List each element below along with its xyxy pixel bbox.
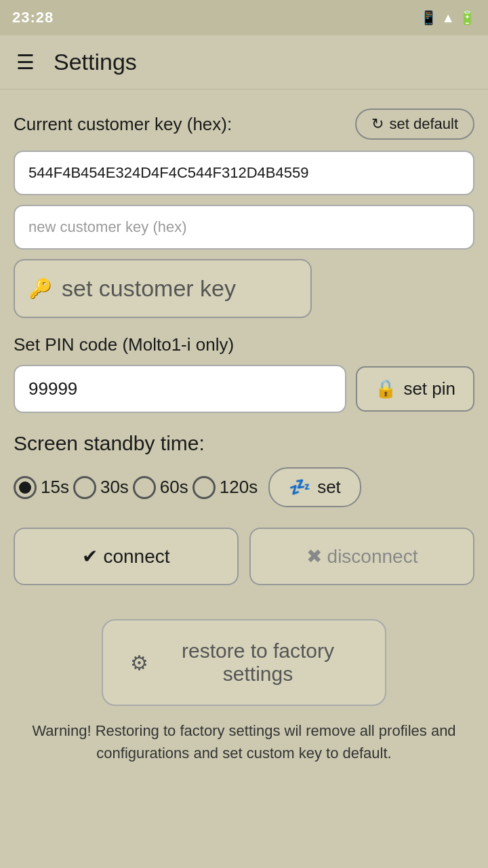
set-customer-key-label: set customer key — [62, 275, 236, 302]
set-pin-button[interactable]: 🔒 set pin — [356, 366, 474, 412]
radio-120s-circle[interactable] — [192, 476, 216, 499]
disconnect-button[interactable]: ✖ disconnect — [249, 528, 474, 585]
status-time: 23:28 — [12, 9, 54, 26]
gear-icon: ⚙ — [130, 651, 148, 675]
set-standby-button[interactable]: 💤 set — [268, 467, 361, 507]
set-customer-key-button[interactable]: 🔑 set customer key — [14, 259, 312, 318]
current-key-field[interactable] — [14, 151, 474, 195]
standby-label: Screen standby time: — [14, 432, 474, 455]
lock-icon: 🔒 — [375, 378, 396, 399]
disconnect-label: disconnect — [327, 546, 418, 568]
pin-label: Set PIN code (Molto1-i only) — [14, 334, 474, 355]
radio-60s-circle[interactable] — [133, 476, 156, 499]
factory-reset-label: restore to factory settings — [158, 639, 358, 686]
standby-section: Screen standby time: 15s 30s 60s 120s 💤 … — [14, 432, 474, 507]
settings-content: Current customer key (hex): ↻ set defaul… — [0, 90, 488, 783]
sleep-icon: 💤 — [289, 477, 310, 498]
set-default-label: set default — [389, 115, 458, 133]
radio-30s[interactable]: 30s — [73, 476, 129, 499]
disconnect-icon: ✖ — [306, 545, 322, 568]
customer-key-section: Current customer key (hex): ↻ set defaul… — [14, 108, 474, 318]
vibrate-icon: 📳 — [420, 9, 437, 26]
set-default-button[interactable]: ↻ set default — [355, 108, 474, 140]
radio-120s-label: 120s — [220, 477, 258, 498]
radio-60s[interactable]: 60s — [133, 476, 188, 499]
radio-30s-label: 30s — [100, 477, 129, 498]
connect-disconnect-row: ✔ connect ✖ disconnect — [14, 528, 474, 585]
radio-15s[interactable]: 15s — [14, 476, 69, 499]
connect-button[interactable]: ✔ connect — [14, 528, 239, 585]
radio-60s-label: 60s — [160, 477, 188, 498]
pin-row: 🔒 set pin — [14, 365, 474, 413]
standby-options-row: 15s 30s 60s 120s 💤 set — [14, 467, 474, 507]
menu-icon[interactable]: ☰ — [16, 52, 35, 73]
connect-icon: ✔ — [82, 545, 98, 568]
customer-key-header: Current customer key (hex): ↻ set defaul… — [14, 108, 474, 140]
factory-warning-text: Warning! Restoring to factory settings w… — [14, 719, 474, 764]
connect-label: connect — [103, 546, 169, 568]
set-pin-label: set pin — [403, 378, 455, 399]
status-bar: 23:28 📳 ▲ 🔋 — [0, 0, 488, 35]
battery-icon: 🔋 — [459, 9, 476, 26]
pin-code-section: Set PIN code (Molto1-i only) 🔒 set pin — [14, 334, 474, 413]
status-icons: 📳 ▲ 🔋 — [420, 9, 476, 26]
customer-key-label: Current customer key (hex): — [14, 114, 232, 135]
app-bar: ☰ Settings — [0, 35, 488, 90]
radio-15s-label: 15s — [41, 477, 69, 498]
radio-30s-circle[interactable] — [73, 476, 96, 499]
set-standby-label: set — [317, 477, 341, 498]
page-title: Settings — [54, 49, 137, 75]
pin-input[interactable] — [14, 365, 346, 413]
new-key-field[interactable] — [14, 205, 474, 250]
wifi-icon: ▲ — [441, 10, 455, 26]
factory-reset-section: ⚙ restore to factory settings Warning! R… — [14, 619, 474, 764]
radio-120s[interactable]: 120s — [192, 476, 258, 499]
radio-15s-circle[interactable] — [14, 476, 37, 499]
factory-reset-button[interactable]: ⚙ restore to factory settings — [102, 619, 386, 706]
refresh-icon: ↻ — [371, 115, 384, 133]
key-icon: 🔑 — [28, 277, 52, 300]
